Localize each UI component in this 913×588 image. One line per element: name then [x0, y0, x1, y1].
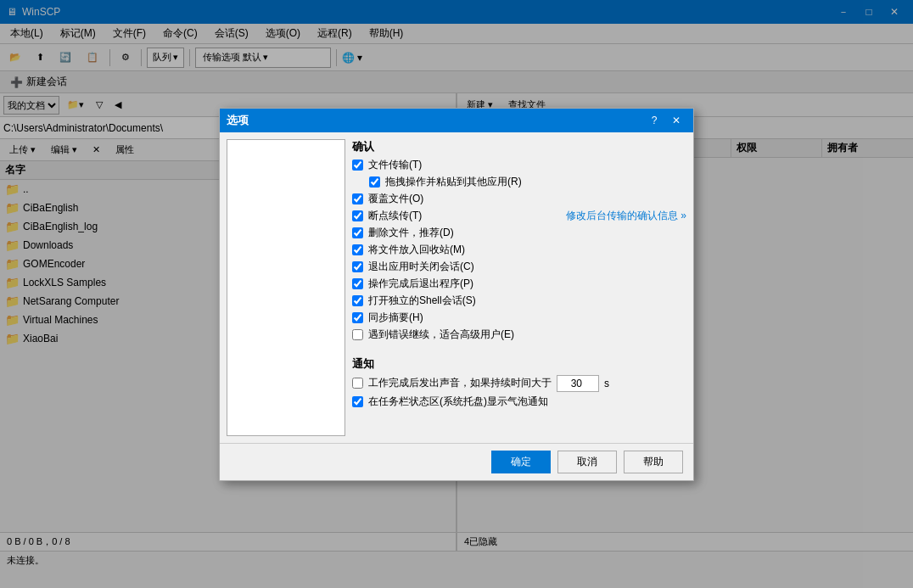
file-transfer-checkbox[interactable]	[352, 160, 363, 171]
resume-checkbox[interactable]	[352, 210, 363, 221]
continue-error-checkbox[interactable]	[352, 329, 363, 340]
notify-section: 通知 工作完成后发出声音，如果持续时间大于 s 在任务栏状态区(系统托盘)显示气…	[352, 356, 686, 412]
options-dialog: 选项 ? ✕ 确认 文件传输(T)	[219, 108, 694, 481]
overwrite-row: 覆盖文件(O)	[352, 192, 686, 206]
shell-session-checkbox[interactable]	[352, 295, 363, 306]
modal-help-button[interactable]: ?	[644, 112, 664, 129]
balloon-row: 在任务栏状态区(系统托盘)显示气泡通知	[352, 395, 686, 409]
modal-close-button[interactable]: ✕	[666, 112, 686, 129]
overwrite-checkbox[interactable]	[352, 193, 363, 204]
exit-close-checkbox[interactable]	[352, 261, 363, 272]
recycle-checkbox[interactable]	[352, 244, 363, 255]
exit-prog-checkbox[interactable]	[352, 278, 363, 289]
resume-label: 断点续传(T)	[368, 209, 422, 223]
balloon-label: 在任务栏状态区(系统托盘)显示气泡通知	[368, 395, 548, 409]
shell-session-label: 打开独立的Shell会话(S)	[368, 294, 476, 308]
file-transfer-row: 文件传输(T)	[352, 158, 686, 172]
sound-unit: s	[604, 378, 609, 389]
content-panel: 确认 文件传输(T) 拖拽操作并粘贴到其他应用(R) 覆盖文件(O)	[352, 139, 686, 436]
file-transfer-label: 文件传输(T)	[368, 158, 422, 172]
sync-digest-label: 同步摘要(H)	[368, 311, 423, 325]
exit-prog-label: 操作完成后退出程序(P)	[368, 277, 473, 291]
delete-checkbox[interactable]	[352, 227, 363, 238]
drag-paste-checkbox[interactable]	[369, 176, 380, 188]
sound-label: 工作完成后发出声音，如果持续时间大于	[368, 376, 552, 390]
cancel-button[interactable]: 取消	[557, 451, 617, 473]
confirm-title: 确认	[352, 139, 686, 154]
balloon-checkbox[interactable]	[352, 396, 363, 407]
modal-title-bar: 选项 ? ✕	[220, 109, 693, 132]
exit-close-label: 退出应用时关闭会话(C)	[368, 260, 474, 274]
sound-row: 工作完成后发出声音，如果持续时间大于 s	[352, 375, 686, 392]
sound-duration-input[interactable]	[557, 375, 599, 392]
sync-digest-row: 同步摘要(H)	[352, 311, 686, 325]
modal-controls: ? ✕	[644, 112, 686, 129]
resume-row: 断点续传(T) 修改后台传输的确认信息 »	[352, 209, 686, 223]
delete-row: 删除文件，推荐(D)	[352, 226, 686, 240]
sync-digest-checkbox[interactable]	[352, 312, 363, 323]
shell-session-row: 打开独立的Shell会话(S)	[352, 294, 686, 308]
options-tree	[227, 139, 345, 436]
modal-overlay: 选项 ? ✕ 确认 文件传输(T)	[0, 0, 913, 569]
modify-confirm-link[interactable]: 修改后台传输的确认信息 »	[566, 209, 686, 223]
drag-paste-label: 拖拽操作并粘贴到其他应用(R)	[385, 175, 522, 189]
help-button[interactable]: 帮助	[624, 451, 683, 473]
delete-label: 删除文件，推荐(D)	[368, 226, 454, 240]
ok-button[interactable]: 确定	[491, 451, 551, 473]
notify-title: 通知	[352, 356, 686, 372]
overwrite-label: 覆盖文件(O)	[368, 192, 423, 206]
recycle-label: 将文件放入回收站(M)	[368, 243, 465, 257]
confirm-section: 确认 文件传输(T) 拖拽操作并粘贴到其他应用(R) 覆盖文件(O)	[352, 139, 686, 344]
exit-close-row: 退出应用时关闭会话(C)	[352, 260, 686, 274]
modal-title: 选项	[227, 113, 249, 128]
modal-body: 确认 文件传输(T) 拖拽操作并粘贴到其他应用(R) 覆盖文件(O)	[220, 132, 693, 443]
recycle-row: 将文件放入回收站(M)	[352, 243, 686, 257]
sound-checkbox[interactable]	[352, 378, 363, 389]
continue-error-row: 遇到错误继续，适合高级用户(E)	[352, 328, 686, 342]
modal-footer: 确定 取消 帮助	[220, 443, 693, 480]
continue-error-label: 遇到错误继续，适合高级用户(E)	[368, 328, 514, 342]
drag-paste-row: 拖拽操作并粘贴到其他应用(R)	[369, 175, 686, 189]
exit-prog-row: 操作完成后退出程序(P)	[352, 277, 686, 291]
